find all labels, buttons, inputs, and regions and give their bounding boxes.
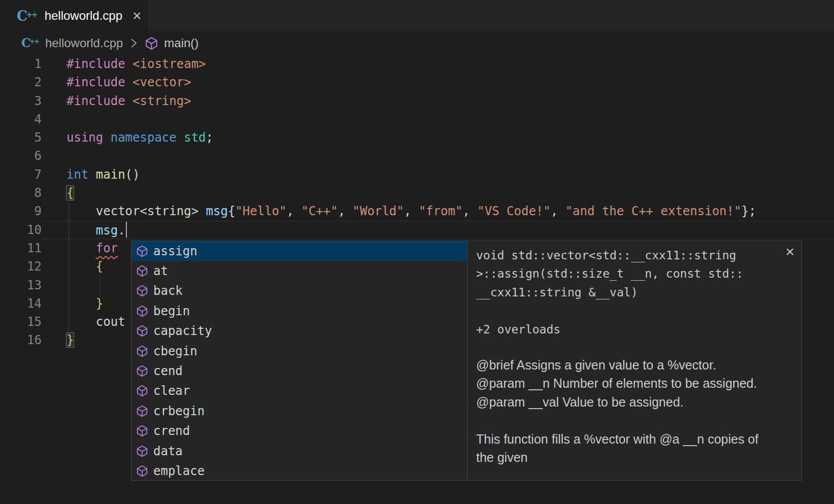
line-content: int main() [42, 165, 834, 184]
suggestion-item-cend[interactable]: cend [131, 361, 467, 381]
breadcrumb-file[interactable]: helloworld.cpp [45, 36, 123, 50]
suggestion-item-begin[interactable]: begin [131, 301, 467, 321]
code-token: cout [96, 315, 125, 329]
indent-guide [69, 202, 69, 331]
code-token: { [228, 204, 235, 218]
doc-text-line: @brief Assigns a given value to a %vecto… [476, 356, 778, 375]
code-token: std [184, 130, 206, 145]
line-number[interactable]: 4 [0, 110, 42, 128]
code-line[interactable]: 8{ [0, 184, 834, 202]
cpp-file-icon: C++ [21, 37, 40, 49]
code-line[interactable]: 5using namespace std; [0, 128, 834, 147]
code-token: namespace [111, 130, 177, 145]
code-token [125, 94, 132, 108]
code-token: #include [66, 75, 125, 89]
suggestion-item-crend[interactable]: crend [131, 421, 467, 441]
line-number[interactable]: 9 [0, 202, 42, 220]
breadcrumb-symbol[interactable]: main() [164, 36, 198, 50]
code-token: "from" [419, 204, 463, 218]
line-content [42, 147, 834, 165]
symbol-method-icon [136, 264, 149, 278]
code-token: int [66, 167, 88, 182]
suggestion-label: crbegin [153, 404, 205, 418]
tab-close-icon[interactable]: × [132, 8, 142, 23]
doc-text-line: This function fills a %vector with @a __… [476, 430, 778, 449]
line-content: #include <string> [42, 92, 834, 110]
intellisense-suggest-widget: assignatbackbegincapacitycbegincendclear… [131, 241, 802, 481]
line-number[interactable]: 6 [0, 147, 42, 165]
suggestion-label: begin [153, 304, 190, 318]
code-token [88, 167, 95, 182]
line-number[interactable]: 11 [0, 239, 42, 257]
symbol-method-icon [136, 424, 149, 438]
doc-text-line [476, 411, 778, 430]
line-content: using namespace std; [42, 128, 834, 147]
suggestion-label: emplace [153, 464, 205, 478]
tab-bar: C++ helloworld.cpp × [0, 0, 834, 31]
code-line[interactable]: 2#include <vector> [0, 73, 834, 91]
code-token: using [66, 130, 103, 145]
code-token: , [551, 204, 565, 218]
code-line[interactable]: 3#include <string> [0, 92, 834, 110]
line-content: { [42, 184, 834, 202]
code-token: #include [66, 94, 125, 108]
line-number[interactable]: 8 [0, 184, 42, 202]
close-icon[interactable]: × [785, 244, 794, 259]
code-token [66, 241, 96, 255]
line-number[interactable]: 15 [0, 313, 42, 331]
symbol-method-icon [136, 364, 149, 378]
line-number[interactable]: 3 [0, 92, 42, 110]
code-line[interactable]: 6 [0, 147, 834, 165]
code-token: "and the C++ extension!" [565, 204, 742, 218]
line-number[interactable]: 14 [0, 294, 42, 313]
code-token: , [338, 204, 353, 218]
doc-text-line: @param __val Value to be assigned. [476, 393, 778, 412]
code-line[interactable]: 10 msg. [0, 221, 834, 239]
tab-title: helloworld.cpp [45, 9, 122, 23]
symbol-method-icon [136, 345, 149, 358]
code-token: "Hello" [235, 204, 286, 218]
code-line[interactable]: 1#include <iostream> [0, 55, 834, 73]
suggestion-label: at [153, 264, 168, 278]
suggestion-item-clear[interactable]: clear [131, 381, 467, 401]
suggestion-item-cbegin[interactable]: cbegin [131, 341, 467, 361]
suggestion-item-at[interactable]: at [131, 261, 467, 281]
code-token: , [404, 204, 419, 218]
code-token: msg [206, 204, 228, 218]
line-content: #include <iostream> [42, 55, 834, 73]
line-number[interactable]: 13 [0, 276, 42, 294]
suggestion-label: assign [153, 244, 197, 258]
signature-line: >::assign(std::size_t __n, const std:: [476, 264, 778, 283]
cpp-file-icon: C++ [17, 9, 39, 23]
line-number[interactable]: 7 [0, 165, 42, 184]
code-token: "World" [353, 204, 404, 218]
line-content: #include <vector> [42, 73, 834, 91]
line-number[interactable]: 1 [0, 55, 42, 73]
suggestion-item-back[interactable]: back [131, 281, 467, 301]
code-line[interactable]: 4 [0, 110, 834, 128]
suggestion-label: data [153, 444, 183, 458]
suggestion-item-data[interactable]: data [131, 441, 467, 461]
suggestion-docs-panel: × void std::vector<std::__cxx11::string>… [467, 241, 802, 480]
suggestion-item-capacity[interactable]: capacity [131, 321, 467, 341]
line-number[interactable]: 12 [0, 257, 42, 276]
line-number[interactable]: 2 [0, 73, 42, 91]
line-number[interactable]: 16 [0, 331, 42, 349]
code-token: <iostream> [132, 57, 206, 71]
suggestion-label: capacity [153, 324, 212, 338]
code-token: ; [206, 130, 213, 145]
overloads-count: +2 overloads [476, 320, 778, 339]
line-number[interactable]: 10 [0, 221, 42, 239]
breadcrumb: C++ helloworld.cpp main() [0, 31, 834, 55]
suggestion-item-emplace[interactable]: emplace [131, 461, 467, 480]
text-cursor [126, 222, 127, 238]
suggestion-list: assignatbackbegincapacitycbegincendclear… [131, 241, 467, 480]
tab-helloworld-cpp[interactable]: C++ helloworld.cpp × [0, 0, 148, 31]
code-line[interactable]: 9 vector<string> msg{"Hello", "C++", "Wo… [0, 202, 834, 220]
suggestion-item-assign[interactable]: assign [131, 241, 467, 261]
doc-text-line: @param __n Number of elements to be assi… [476, 374, 778, 393]
suggestion-item-crbegin[interactable]: crbegin [131, 401, 467, 421]
code-line[interactable]: 7int main() [0, 165, 834, 184]
line-number[interactable]: 5 [0, 128, 42, 147]
suggestion-label: clear [153, 384, 190, 398]
